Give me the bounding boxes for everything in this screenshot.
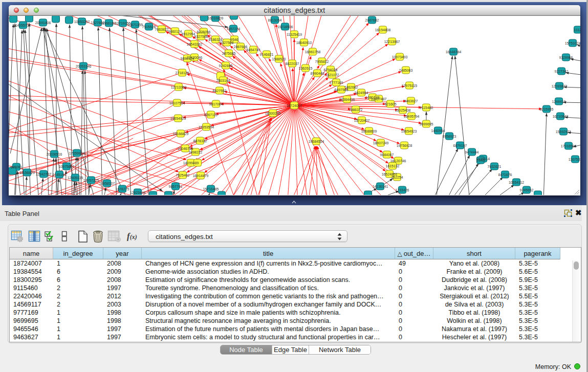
table-row[interactable]: 969969511998Structural magnetic resonanc… <box>10 317 581 325</box>
svg-text:8813054: 8813054 <box>268 18 282 22</box>
tab-network-table[interactable]: Network Table <box>309 345 371 354</box>
svg-text:6879197: 6879197 <box>453 144 467 147</box>
new-column-icon[interactable] <box>77 230 89 243</box>
column-header-out_de[interactable]: △out_de… <box>395 248 433 259</box>
combobox-arrows-icon <box>337 232 342 241</box>
svg-text:17975115: 17975115 <box>402 84 417 87</box>
function-builder-icon[interactable]: f(x) <box>127 231 137 242</box>
table-row[interactable]: 977716911998Corpus callosum shape and si… <box>10 309 581 317</box>
column-header-short[interactable]: short <box>433 248 515 259</box>
svg-text:15592971: 15592971 <box>556 130 572 134</box>
cell-short: Jankovic et al. (1997) <box>433 284 515 292</box>
svg-text:8427552: 8427552 <box>213 89 227 93</box>
delete-column-icon[interactable] <box>92 230 104 243</box>
unselect-all-icon[interactable] <box>61 230 68 243</box>
float-panel-icon[interactable] <box>564 209 573 217</box>
table-row[interactable]: 1938455462009Genome-wide association stu… <box>10 268 581 276</box>
svg-text:1112: 1112 <box>574 28 580 32</box>
table-toolbar-group: f(x) citations_edges.txt namein_degreeye… <box>8 224 582 343</box>
window-resize-grip[interactable] <box>573 188 580 195</box>
svg-text:6497568: 6497568 <box>335 88 349 92</box>
table-source-combobox[interactable]: citations_edges.txt <box>148 230 347 242</box>
table-vertical-scrollbar[interactable] <box>572 260 580 342</box>
memory-status-dot[interactable] <box>574 363 580 369</box>
select-all-icon[interactable] <box>45 230 56 243</box>
table-row[interactable]: 2242004622012Investigating the contribut… <box>10 292 581 300</box>
table-row[interactable]: 911546021997Tourette syndrome. Phenomeno… <box>10 284 581 292</box>
svg-text:8878332: 8878332 <box>193 139 207 143</box>
cell-pagerank: 5.3E-5 <box>519 317 560 325</box>
cell-name: 19384554 <box>13 268 53 276</box>
svg-text:19218506: 19218506 <box>277 25 293 29</box>
import-table-icon-disabled <box>107 230 121 243</box>
cell-out_de: 0 <box>399 276 433 284</box>
svg-text:8454749: 8454749 <box>247 48 260 52</box>
scrollbar-thumb[interactable] <box>574 261 579 270</box>
column-header-pagerank[interactable]: pagerank <box>515 248 560 259</box>
cell-short: Yano et al. (2008) <box>433 259 515 268</box>
cell-pagerank: 5.6E-5 <box>519 268 560 276</box>
svg-text:2718126: 2718126 <box>176 71 189 75</box>
svg-text:7663822: 7663822 <box>155 28 169 31</box>
network-view-canvas[interactable]: 1405571220691406108532571527602696616010… <box>9 16 580 195</box>
cell-year: 1997 <box>107 325 141 333</box>
svg-text:7485063: 7485063 <box>399 69 413 72</box>
column-header-title[interactable]: title <box>142 248 395 259</box>
svg-text:16033809: 16033809 <box>208 16 224 20</box>
svg-text:7986372: 7986372 <box>349 108 363 112</box>
table-settings-icon[interactable] <box>11 230 24 243</box>
svg-text:9327506: 9327506 <box>194 35 208 38</box>
table-panel-title: Table Panel <box>5 210 39 217</box>
table-row[interactable]: 1830029562008Estimation of significance … <box>10 276 581 284</box>
svg-text:10973493: 10973493 <box>392 55 408 59</box>
table-row[interactable]: 946554611997Estimation of the future num… <box>10 325 581 333</box>
tab-edge-table[interactable]: Edge Table <box>272 345 309 354</box>
cell-pagerank: 5.3E-5 <box>519 284 560 292</box>
panel-splitter-grip[interactable] <box>292 201 296 204</box>
svg-text:22420046: 22420046 <box>187 56 203 59</box>
cell-year: 2008 <box>107 259 141 268</box>
cell-year: 1997 <box>107 333 141 341</box>
cell-title: Genome-wide association studies in ADHD. <box>145 268 395 276</box>
svg-text:7515526: 7515526 <box>142 25 156 29</box>
cell-in_degree: 1 <box>57 325 103 333</box>
cell-out_de: 0 <box>399 325 433 333</box>
cell-out_de: 0 <box>399 333 433 341</box>
cell-name: 9463627 <box>13 333 53 341</box>
table-row[interactable]: 1456911722003Disruption of a novel membe… <box>10 300 581 309</box>
cell-short: Dudbridge et al. (2008) <box>433 276 515 284</box>
cell-title: Embryonic stem cells: a model to study s… <box>145 333 395 341</box>
cell-pagerank: 5.3E-5 <box>519 325 560 333</box>
svg-text:10025438: 10025438 <box>395 108 411 112</box>
svg-text:9777169: 9777169 <box>330 81 343 84</box>
cell-title: Changes of HCN gene expression and I(f) … <box>145 259 395 268</box>
node-table[interactable]: namein_degreeyeartitle△out_de…shortpager… <box>9 247 581 342</box>
cell-name: 18300295 <box>13 276 53 284</box>
cell-year: 1997 <box>107 284 141 292</box>
cell-short: de Silva et al. (2003) <box>433 300 515 309</box>
column-header-in_degree[interactable]: in_degree <box>53 248 103 259</box>
tab-node-table[interactable]: Node Table <box>221 345 272 354</box>
cell-out_de: 0 <box>399 292 433 300</box>
table-row[interactable]: 1872400712008Changes of HCN gene express… <box>10 259 581 268</box>
select-column-icon[interactable] <box>28 230 41 243</box>
cell-in_degree: 2 <box>57 284 103 292</box>
column-header-year[interactable]: year <box>103 248 142 259</box>
fx-parens: (x) <box>130 233 137 240</box>
cell-year: 2012 <box>107 292 141 300</box>
sort-ascending-icon: △ <box>398 248 402 260</box>
table-row[interactable]: 946362711997Embryonic stem cells: a mode… <box>10 333 581 341</box>
network-window-title: citations_edges.txt <box>9 6 580 14</box>
cell-year: 2003 <box>107 300 141 309</box>
svg-text:17016504: 17016504 <box>561 144 577 148</box>
svg-text:16543382: 16543382 <box>187 42 203 46</box>
svg-text:1678275: 1678275 <box>116 187 129 191</box>
cell-in_degree: 1 <box>57 309 103 317</box>
column-header-name[interactable]: name <box>10 248 53 259</box>
close-panel-icon[interactable]: ✖ <box>575 209 582 216</box>
cell-in_degree: 2 <box>57 300 103 309</box>
svg-text:1733426: 1733426 <box>396 188 409 192</box>
network-window-titlebar[interactable]: citations_edges.txt <box>9 5 580 16</box>
network-window[interactable]: citations_edges.txt 14055712206914061085… <box>9 5 580 195</box>
svg-text:12093872: 12093872 <box>552 84 568 88</box>
